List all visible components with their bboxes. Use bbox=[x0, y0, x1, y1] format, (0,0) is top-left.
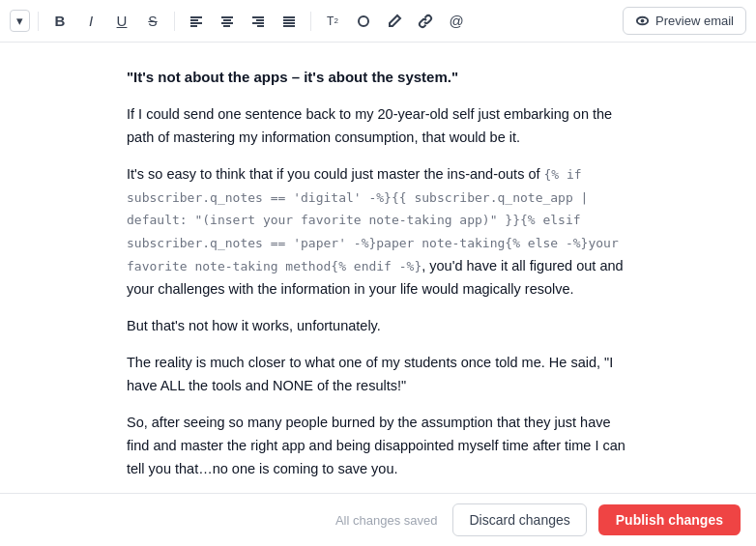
link-icon bbox=[418, 14, 433, 29]
link-button[interactable] bbox=[412, 8, 439, 35]
editor-content: "It's not about the apps – it's about th… bbox=[127, 66, 629, 493]
discard-changes-button[interactable]: Discard changes bbox=[452, 503, 586, 536]
paragraph-3: But that's not how it works, unfortunate… bbox=[127, 315, 629, 338]
save-status: All changes saved bbox=[335, 513, 438, 528]
mention-button[interactable]: @ bbox=[443, 8, 470, 35]
shape-button[interactable] bbox=[350, 8, 377, 35]
quote-paragraph: "It's not about the apps – it's about th… bbox=[127, 66, 629, 90]
align-center-icon bbox=[219, 14, 235, 29]
toolbar-separator-3 bbox=[310, 12, 311, 31]
align-justify-button[interactable] bbox=[276, 8, 303, 35]
underline-button[interactable]: U bbox=[108, 8, 135, 35]
format-dropdown[interactable]: ▾ bbox=[10, 10, 30, 32]
align-justify-icon bbox=[281, 14, 297, 29]
align-right-button[interactable] bbox=[245, 8, 272, 35]
footer: All changes saved Discard changes Publis… bbox=[0, 493, 756, 546]
align-left-icon bbox=[189, 14, 204, 29]
toolbar-separator-1 bbox=[38, 12, 39, 31]
strikethrough-button[interactable]: S bbox=[139, 8, 166, 35]
paragraph-2-part1: It's so easy to think that if you could … bbox=[127, 166, 544, 182]
format-dropdown-chevron: ▾ bbox=[16, 14, 23, 28]
paragraph-5: So, after seeing so many people burned b… bbox=[127, 412, 629, 481]
paragraph-4: The reality is much closer to what one o… bbox=[127, 352, 629, 398]
bold-button[interactable]: B bbox=[46, 8, 73, 35]
toolbar-separator-2 bbox=[174, 12, 175, 31]
pencil-icon bbox=[387, 14, 402, 29]
editor-area[interactable]: "It's not about the apps – it's about th… bbox=[0, 43, 756, 493]
editor-toolbar: ▾ B I U S T2 bbox=[0, 0, 756, 43]
edit-button[interactable] bbox=[381, 8, 408, 35]
paragraph-1: If I could send one sentence back to my … bbox=[127, 103, 629, 150]
italic-button[interactable]: I bbox=[77, 8, 104, 35]
svg-point-18 bbox=[641, 19, 645, 23]
paragraph-2: It's so easy to think that if you could … bbox=[127, 163, 629, 302]
align-right-icon bbox=[250, 14, 266, 29]
circle-icon bbox=[356, 14, 371, 29]
preview-email-button[interactable]: Preview email bbox=[623, 7, 746, 35]
preview-label: Preview email bbox=[655, 14, 734, 28]
eye-icon bbox=[635, 14, 650, 28]
align-center-button[interactable] bbox=[214, 8, 241, 35]
publish-changes-button[interactable]: Publish changes bbox=[598, 504, 741, 535]
superscript-button[interactable]: T2 bbox=[319, 8, 346, 35]
align-left-button[interactable] bbox=[183, 8, 210, 35]
svg-point-16 bbox=[359, 16, 368, 26]
